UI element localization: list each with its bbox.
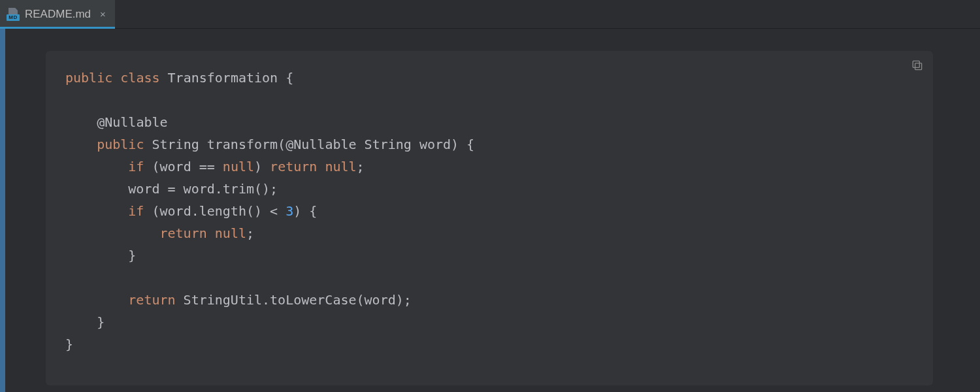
editor-area: public class Transformation { @Nullable … [0,29,980,392]
copy-button[interactable] [911,59,924,72]
tab-bar: MD README.md × [0,0,980,29]
scrollbar-marker [0,29,5,392]
code-content: public class Transformation { @Nullable … [65,67,913,355]
close-icon[interactable]: × [100,9,106,19]
tab-filename: README.md [25,8,91,21]
code-block[interactable]: public class Transformation { @Nullable … [46,51,933,385]
copy-icon [911,59,924,72]
markdown-file-icon: MD [7,8,20,21]
tab-readme[interactable]: MD README.md × [0,0,116,28]
svg-rect-0 [915,63,922,70]
svg-rect-1 [913,61,919,67]
